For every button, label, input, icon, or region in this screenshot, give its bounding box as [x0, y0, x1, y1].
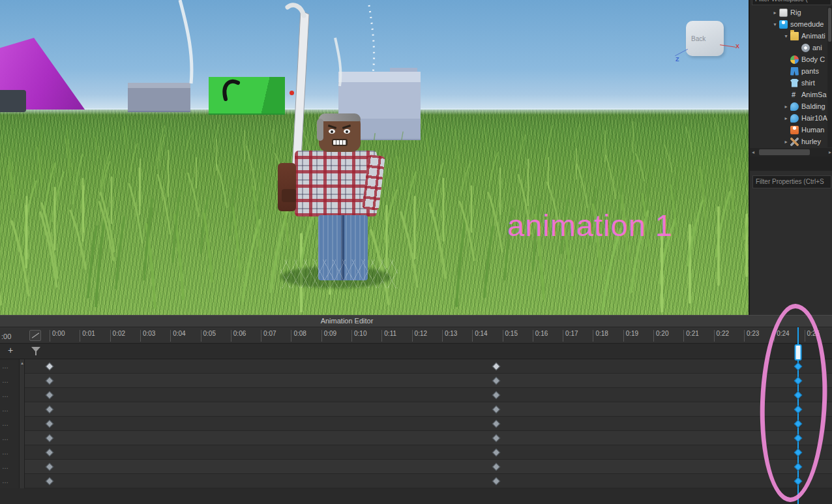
track-row[interactable] [0, 474, 832, 488]
scroll-up-arrow-icon[interactable]: ▴ [20, 361, 25, 366]
character-brow [328, 125, 336, 129]
view-cube[interactable]: Back X Z [682, 18, 729, 65]
scroll-left-arrow-icon[interactable]: ◂ [752, 149, 754, 155]
expand-arrow-icon[interactable]: ▸ [782, 115, 790, 121]
dark-object-part[interactable] [0, 90, 26, 112]
humanoid-icon [790, 126, 799, 134]
track-row[interactable] [0, 431, 832, 445]
explorer-item-label: pants [801, 67, 819, 75]
expand-arrow-icon[interactable]: ▸ [782, 104, 790, 110]
green-block-part[interactable] [209, 77, 285, 115]
explorer-vertical-scrollbar[interactable] [827, 7, 832, 147]
ruler-tick: 0:08 [291, 330, 306, 342]
track-row[interactable] [0, 388, 832, 402]
accessory-icon [790, 102, 799, 111]
track-name-truncated: … [2, 377, 8, 384]
character-brow [342, 125, 351, 129]
expand-arrow-icon[interactable]: ▾ [782, 33, 790, 39]
z-axis-line [675, 49, 688, 56]
animation-editor-titlebar[interactable]: Animation Editor [0, 316, 832, 327]
explorer-item-label: ani [812, 44, 822, 52]
explorer-item-human[interactable]: Human [750, 124, 828, 136]
animation-icon [801, 44, 810, 52]
roblox-studio-window: Back X Z animation 1 Filter Workspace ( … [0, 0, 832, 504]
explorer-item-hurley[interactable]: ▸hurley [750, 136, 828, 147]
explorer-item-label: hurley [801, 138, 821, 145]
explorer-tree: ▸Rig▾somedude▾AnimatianiBody Cpantsshirt… [750, 7, 828, 147]
explorer-item-shirt[interactable]: shirt [750, 77, 828, 89]
ruler-tick: 0:11 [381, 330, 396, 342]
selection-grid [280, 259, 398, 288]
explorer-item-rig[interactable]: ▸Rig [750, 7, 828, 18]
easing-curve-button[interactable] [29, 330, 41, 341]
properties-filter-input[interactable]: Filter Properties (Ctrl+S [752, 175, 831, 188]
ruler-tick: 0:19 [623, 330, 638, 342]
x-axis-label: X [735, 43, 739, 50]
expand-arrow-icon[interactable]: ▾ [771, 22, 779, 27]
scrollbar-thumb[interactable] [759, 149, 810, 155]
body-colors-icon [790, 55, 799, 64]
track-row[interactable] [0, 359, 832, 374]
explorer-item-ani[interactable]: ani [750, 42, 828, 53]
gray-block-part[interactable] [128, 83, 190, 112]
explorer-item-label: somedude [790, 20, 824, 28]
explorer-item-hair10a[interactable]: ▸Hair10A [750, 112, 828, 124]
character-head[interactable] [319, 115, 361, 152]
track-row[interactable] [0, 445, 832, 460]
ruler-tick: 0:23 [744, 330, 759, 342]
explorer-item-animsa[interactable]: AnimSa [750, 89, 828, 100]
ruler-tick: 0:03 [140, 330, 155, 342]
ruler-tick: 0:24 [774, 330, 789, 342]
timeline-ruler[interactable]: :00 0:000:010:020:030:040:050:060:070:08… [0, 327, 832, 344]
ruler-tick: 0:21 [683, 330, 698, 342]
ruler-tick: 0:15 [503, 330, 518, 342]
z-axis-label: Z [676, 56, 679, 63]
explorer-item-balding[interactable]: ▸Balding [750, 100, 828, 112]
ruler-tick: 0:22 [714, 330, 729, 342]
expand-arrow-icon[interactable]: ▸ [771, 10, 779, 16]
pants-icon [790, 67, 799, 76]
playhead-handle[interactable] [795, 344, 802, 361]
explorer-panel: Filter Workspace ( ▸Rig▾somedude▾Animati… [749, 0, 832, 315]
character-eye [344, 129, 350, 134]
dotted-trail [369, 5, 374, 73]
character-eye [329, 129, 335, 134]
explorer-item-label: Body C [801, 55, 825, 63]
workspace-filter-input[interactable]: Filter Workspace ( [752, 0, 831, 5]
track-name-truncated: … [2, 420, 8, 427]
tool-icon [790, 138, 799, 146]
character-mouth [332, 139, 348, 146]
ruler-tick: 0:02 [110, 330, 125, 342]
ruler-tick: 0:12 [412, 330, 427, 342]
explorer-item-somedude[interactable]: ▾somedude [750, 18, 828, 30]
explorer-item-label: Balding [801, 102, 825, 110]
track-scrollbar[interactable]: ▴ [20, 359, 25, 488]
ruler-tick: 0:01 [80, 330, 95, 342]
track-name-gutter: ……………………… [0, 359, 20, 488]
track-row[interactable] [0, 374, 832, 388]
track-row[interactable] [0, 417, 832, 431]
add-track-button[interactable]: + [5, 345, 16, 355]
track-name-truncated: … [2, 391, 8, 398]
filter-funnel-icon[interactable] [31, 347, 41, 356]
panel-splitter[interactable] [750, 156, 832, 171]
track-row[interactable] [0, 460, 832, 474]
scroll-right-arrow-icon[interactable]: ▸ [829, 149, 831, 155]
explorer-item-pants[interactable]: pants [750, 65, 828, 77]
explorer-item-body-c[interactable]: Body C [750, 53, 828, 65]
animation-editor-title: Animation Editor [0, 317, 694, 325]
ruler-tick: 0:09 [321, 330, 336, 342]
3d-viewport[interactable]: Back X Z animation 1 [0, 0, 749, 315]
explorer-horizontal-scrollbar[interactable]: ◂ ▸ [750, 148, 832, 156]
character-left-arm[interactable] [278, 163, 296, 211]
track-row[interactable] [0, 402, 832, 417]
white-streak [180, 0, 192, 83]
ruler-tick: 0:04 [170, 330, 185, 342]
annotation-text: animation 1 [507, 207, 673, 243]
explorer-item-label: Rig [790, 8, 801, 16]
explorer-item-animati[interactable]: ▾Animati [750, 30, 828, 42]
folder-icon [790, 32, 799, 40]
model-icon [779, 20, 788, 29]
expand-arrow-icon[interactable]: ▸ [782, 139, 790, 145]
scrollbar-thumb[interactable] [828, 8, 831, 42]
